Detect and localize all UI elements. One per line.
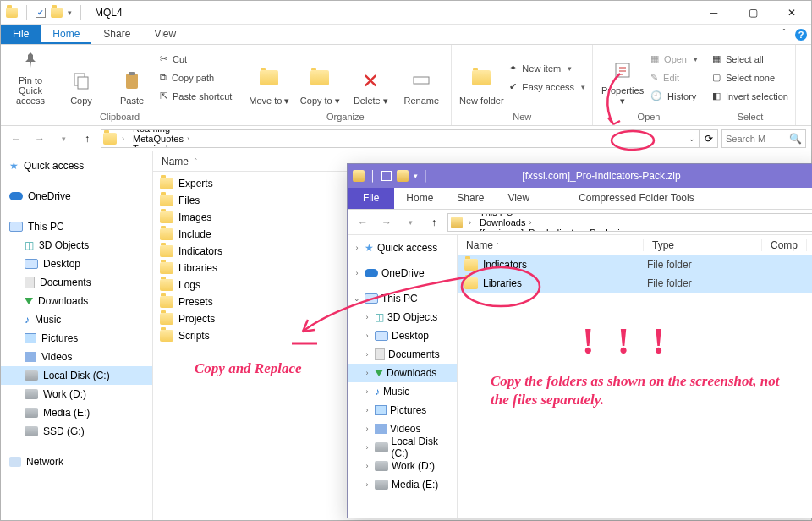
qat-checkbox[interactable]: ✔ (36, 8, 46, 18)
nav-item[interactable]: Documents (1, 273, 152, 292)
new-item-button[interactable]: ✦New item (509, 60, 585, 77)
nav-item[interactable]: ›Documents (348, 345, 457, 364)
copy-path-button[interactable]: ⧉Copy path (160, 69, 232, 86)
breadcrumb-item[interactable]: Downloads› (475, 217, 636, 228)
tab-share[interactable]: Share (91, 25, 142, 44)
folder-item[interactable]: IndicatorsFile folder (458, 255, 812, 274)
breadcrumb[interactable]: › This PC›Downloads›[fxssi.com]_Pro-Indi… (447, 213, 812, 232)
open-button[interactable]: ▦Open (650, 51, 698, 68)
cut-button[interactable]: ✂Cut (160, 51, 232, 68)
nav-item[interactable]: ›Local Disk (C:) (348, 438, 457, 457)
column-comp[interactable]: Comp (762, 239, 807, 251)
back-button[interactable]: ← (6, 129, 26, 149)
nav-item[interactable]: ›Work (D:) (348, 457, 457, 475)
ribbon-collapse-icon[interactable]: ˆ (777, 25, 791, 44)
new-folder-button[interactable]: New folder (458, 49, 504, 107)
nav-item[interactable]: ›◫3D Objects (348, 308, 457, 326)
breadcrumb[interactable]: › Alice›AppData›Roaming›MetaQuotes›Termi… (101, 129, 718, 148)
nav-item[interactable]: Pictures (1, 329, 152, 348)
tab-home[interactable]: Home (41, 25, 91, 44)
column-name[interactable]: Name˄ (153, 156, 206, 167)
address-dropdown-icon[interactable]: ⌄ (685, 134, 699, 143)
nav-item[interactable]: SSD (G:) (1, 422, 152, 441)
nav-item[interactable]: ›♪Music (348, 382, 457, 401)
copy-button[interactable]: Copy (58, 49, 104, 107)
breadcrumb-item[interactable]: [fxssi.com]_Pro-Indicators-Pack.zip› (475, 228, 636, 232)
breadcrumb-item[interactable]: Terminal› (128, 144, 320, 148)
folder-item[interactable]: LibrariesFile folder (458, 274, 812, 293)
tab-share[interactable]: Share (445, 188, 496, 209)
paste-button[interactable]: Paste (109, 49, 155, 107)
nav-item[interactable]: ›Desktop (348, 326, 457, 345)
breadcrumb-item[interactable]: MetaQuotes› (128, 134, 320, 144)
invert-selection-button[interactable]: ◧Invert selection (712, 88, 788, 105)
nav-quick-access[interactable]: ›★Quick access (348, 239, 457, 257)
nav-item[interactable]: ›Pictures (348, 401, 457, 420)
move-to-button[interactable]: Move to ▾ (246, 49, 292, 107)
select-all-button[interactable]: ▦Select all (712, 51, 788, 68)
nav-this-pc[interactable]: ⌄This PC (348, 289, 457, 308)
scissors-icon: ✂ (160, 53, 167, 64)
open-icon: ▦ (650, 53, 659, 64)
desktop-icon (25, 259, 38, 269)
nav-item[interactable]: Work (D:) (1, 385, 152, 403)
close-button[interactable]: ✕ (772, 1, 811, 25)
new-folder-icon (469, 70, 493, 94)
recent-button[interactable]: ▾ (400, 212, 420, 233)
tab-compressed-tools[interactable]: Compressed Folder Tools (567, 188, 706, 209)
forward-button[interactable]: → (30, 129, 50, 149)
properties-button[interactable]: Properties ▾ (600, 49, 645, 107)
star-icon: ★ (9, 160, 19, 172)
tab-view[interactable]: View (496, 188, 541, 209)
nav-item[interactable]: ›Downloads (348, 364, 457, 382)
refresh-button[interactable]: ⟳ (699, 129, 717, 148)
file-menu[interactable]: File (1, 25, 41, 44)
nav-network[interactable]: Network (1, 452, 152, 471)
help-icon[interactable]: ? (791, 25, 811, 44)
nav-this-pc[interactable]: This PC (1, 217, 152, 236)
nav-item[interactable]: Local Disk (C:) (1, 366, 152, 385)
delete-icon: ✕ (359, 70, 382, 94)
file-menu[interactable]: File (348, 188, 394, 209)
search-box[interactable]: 🔍 (721, 129, 806, 148)
nav-item[interactable]: Downloads (1, 292, 152, 310)
nav-item[interactable]: ›Media (E:) (348, 475, 457, 494)
minimize-button[interactable]: ─ (694, 1, 733, 25)
edit-button[interactable]: ✎Edit (650, 69, 698, 86)
folder-icon (102, 130, 118, 147)
nav-item[interactable]: Media (E:) (1, 403, 152, 422)
forward-button[interactable]: → (376, 212, 397, 233)
column-type[interactable]: Type (644, 239, 762, 251)
up-button[interactable]: ↑ (424, 212, 444, 233)
search-input[interactable] (726, 134, 786, 144)
maximize-button[interactable]: ▢ (733, 1, 772, 25)
rename-button[interactable]: Rename (398, 49, 444, 107)
zip-icon (353, 170, 365, 182)
qat-dropdown-icon[interactable]: ▾ (414, 172, 418, 180)
back-button[interactable]: ← (353, 212, 373, 233)
nav-quick-access[interactable]: ★Quick access (1, 156, 152, 175)
easy-access-button[interactable]: ✔Easy access (509, 79, 585, 96)
select-none-button[interactable]: ▢Select none (712, 69, 788, 86)
recent-button[interactable]: ▾ (53, 129, 74, 149)
pin-quick-access-button[interactable]: Pin to Quick access (8, 49, 53, 107)
nav-item[interactable]: ♪Music (1, 310, 152, 329)
qat-dropdown-icon[interactable]: ▾ (68, 8, 72, 17)
document-icon (25, 277, 35, 288)
history-button[interactable]: 🕘History (650, 88, 698, 105)
copy-to-icon (308, 70, 332, 94)
nav-item[interactable]: ◫3D Objects (1, 236, 152, 255)
copy-to-button[interactable]: Copy to ▾ (297, 49, 343, 107)
up-button[interactable]: ↑ (77, 129, 97, 149)
tab-home[interactable]: Home (394, 188, 445, 209)
nav-onedrive[interactable]: OneDrive (1, 187, 152, 206)
nav-onedrive[interactable]: ›OneDrive (348, 264, 457, 282)
paste-shortcut-button[interactable]: ⇱Paste shortcut (160, 88, 232, 105)
qat-checkbox[interactable] (381, 171, 392, 181)
delete-button[interactable]: ✕ Delete ▾ (348, 49, 393, 107)
tab-view[interactable]: View (142, 25, 188, 44)
nav-item[interactable]: Desktop (1, 255, 152, 273)
column-name[interactable]: Name ˄ (458, 239, 644, 251)
window-title: [fxssi.com]_Pro-Indicators-Pack.zip (434, 170, 769, 182)
nav-item[interactable]: Videos (1, 348, 152, 366)
